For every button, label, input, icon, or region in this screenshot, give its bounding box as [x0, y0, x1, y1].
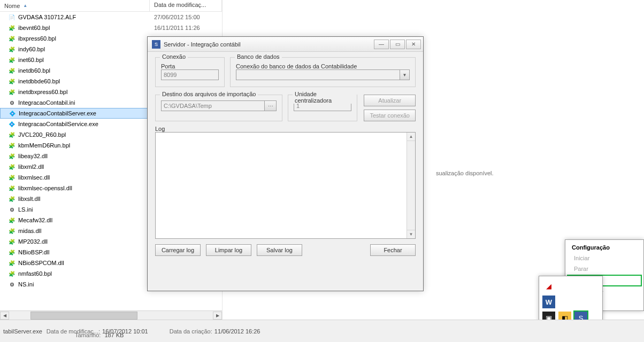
file-icon: 🧩: [7, 88, 16, 96]
scroll-down-icon[interactable]: ▼: [407, 230, 415, 238]
file-name: inet60.bpl: [18, 57, 150, 63]
file-name: midas.dll: [18, 228, 150, 234]
salvar-log-button[interactable]: Salvar log: [257, 244, 302, 256]
status-create-label: Data da criação:: [170, 328, 212, 335]
file-icon: 🧩: [7, 237, 16, 246]
file-icon: 🧩: [7, 130, 16, 139]
scroll-right-icon[interactable]: ▶: [213, 312, 222, 320]
column-headers: Nome▲ Data de modificaç...: [0, 0, 222, 12]
file-icon: 📄: [7, 13, 16, 21]
tray-icon-2[interactable]: [558, 279, 571, 292]
file-name: MP2032.dll: [18, 238, 150, 245]
col-name[interactable]: Nome▲: [0, 0, 150, 11]
file-icon: 🧩: [7, 184, 16, 192]
file-name: GVDASA 310712.ALF: [18, 14, 150, 20]
file-name: nmfast60.bpl: [18, 270, 150, 277]
status-size-value: 187 KB: [104, 332, 124, 338]
file-icon: 🧩: [7, 45, 16, 53]
col-date[interactable]: Data de modificaç...: [150, 0, 222, 11]
log-scrollbar[interactable]: ▲ ▼: [407, 133, 415, 238]
file-icon: 🧩: [7, 77, 16, 86]
fechar-button[interactable]: Fechar: [370, 244, 416, 256]
file-name: indy60.bpl: [18, 46, 150, 52]
file-name: IntegracaoContabilServer.exe: [19, 110, 149, 116]
group-banco-dados: Banco de dados Conexão do banco de dados…: [230, 57, 416, 87]
log-textarea[interactable]: ▲ ▼: [155, 132, 416, 239]
group-conexao-title: Conexão: [160, 53, 188, 60]
carregar-log-button[interactable]: Carregar log: [155, 244, 201, 256]
testar-conexao-button[interactable]: Testar conexão: [364, 110, 416, 121]
file-icon: 🧩: [7, 195, 16, 203]
file-icon: 🧩: [7, 34, 16, 43]
file-icon: 🧩: [7, 173, 16, 182]
file-icon: 💠: [8, 109, 17, 118]
atualizar-button[interactable]: Atualizar: [364, 95, 416, 106]
file-name: libeay32.dll: [18, 153, 150, 159]
file-icon: 🧩: [7, 227, 16, 235]
ctx-iniciar[interactable]: Iniciar: [566, 253, 642, 263]
browse-folder-icon[interactable]: ⋯: [265, 100, 277, 111]
file-name: NS.ini: [18, 281, 150, 287]
minimize-button[interactable]: —: [374, 40, 389, 49]
file-icon: 🧩: [7, 152, 16, 160]
file-name: ibevnt60.bpl: [18, 25, 150, 31]
file-name: inetdbxpress60.bpl: [18, 89, 150, 95]
file-icon: 🧩: [7, 259, 16, 267]
file-name: inetdbbde60.bpl: [18, 78, 150, 84]
chevron-down-icon[interactable]: ▼: [400, 69, 410, 80]
porta-label: Porta: [161, 63, 219, 69]
scroll-left-icon[interactable]: ◀: [0, 312, 9, 320]
horizontal-scrollbar[interactable]: ◀ ▶: [0, 310, 222, 320]
file-name: IntegracaoContabil.ini: [18, 99, 150, 106]
file-name: NBioBSP.dll: [18, 249, 150, 255]
dialog-servidor: S Servidor - Integração contábil — ▭ ✕ C…: [147, 36, 424, 291]
group-bd-title: Banco de dados: [235, 53, 282, 60]
file-name: inetdb60.bpl: [18, 67, 150, 74]
file-icon: ⚙: [7, 280, 16, 289]
scroll-up-icon[interactable]: ▲: [407, 133, 415, 141]
status-bar: tabilServer.exe Data de modificaç...: 16…: [0, 320, 644, 342]
file-icon: ⚙: [7, 205, 16, 214]
scroll-thumb[interactable]: [30, 312, 137, 320]
group-unidade: Unidade centralizadora: [288, 95, 357, 121]
group-conexao: Conexão Porta: [155, 57, 225, 87]
destino-input[interactable]: [161, 100, 265, 111]
tray-icon-5[interactable]: [558, 296, 571, 308]
limpar-log-button[interactable]: Limpar log: [206, 244, 251, 256]
file-name: IntegracaoContabilService.exe: [18, 121, 150, 127]
file-name: ibxpress60.bpl: [18, 35, 150, 42]
file-icon: 🧩: [7, 66, 16, 75]
file-name: libxslt.dll: [18, 196, 150, 202]
porta-input[interactable]: [161, 69, 219, 80]
log-label: Log: [155, 126, 416, 132]
status-create-value: 11/06/2012 16:26: [214, 328, 260, 335]
file-name: NBioBSPCOM.dll: [18, 260, 150, 266]
status-filename: tabilServer.exe: [3, 328, 42, 335]
ctx-parar[interactable]: Parar: [566, 263, 642, 274]
preview-unavailable: sualização disponível.: [436, 170, 494, 176]
sort-asc-icon: ▲: [23, 3, 27, 8]
bd-label: Conexão do banco de dados da Contabilida…: [236, 63, 410, 69]
file-row[interactable]: 🧩ibevnt60.bpl16/11/2011 11:26: [0, 22, 222, 33]
app-icon: S: [152, 40, 160, 49]
maximize-button[interactable]: ▭: [390, 40, 405, 49]
file-row[interactable]: 📄GVDASA 310712.ALF27/06/2012 15:00: [0, 12, 222, 22]
file-icon: 🧩: [7, 24, 16, 32]
file-date: 27/06/2012 15:00: [150, 14, 222, 20]
file-icon: 🧩: [7, 216, 16, 224]
tray-adobe-icon[interactable]: ◢: [542, 279, 555, 292]
tray-word-icon[interactable]: W: [542, 296, 555, 308]
status-size-label: Tamanho:: [75, 332, 101, 338]
bd-combo-input[interactable]: [236, 69, 400, 80]
file-name: LS.ini: [18, 206, 150, 213]
tray-icon-3[interactable]: [574, 279, 587, 292]
title-text: Servidor - Integração contábil: [164, 41, 373, 48]
group-destino-title: Destino dos arquivos de importação: [160, 91, 258, 97]
group-destino: Destino dos arquivos de importação ⋯: [155, 95, 282, 121]
file-name: libxmlsec.dll: [18, 174, 150, 181]
tray-icon-6[interactable]: [574, 296, 587, 308]
close-button[interactable]: ✕: [406, 40, 421, 49]
file-icon: 🧩: [7, 269, 16, 278]
titlebar[interactable]: S Servidor - Integração contábil — ▭ ✕: [148, 37, 423, 52]
file-name: JVCL200_R60.bpl: [18, 131, 150, 138]
